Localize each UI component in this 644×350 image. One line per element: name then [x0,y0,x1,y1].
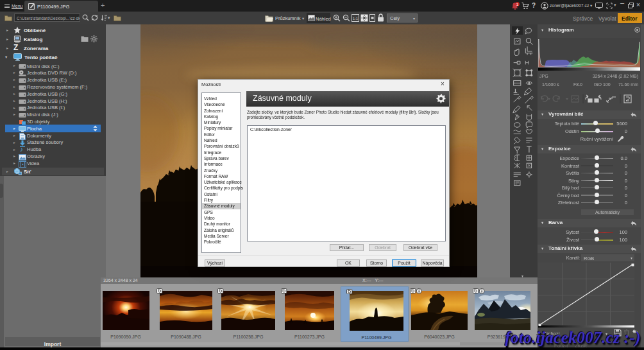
svg-text:1:1: 1:1 [353,17,359,21]
